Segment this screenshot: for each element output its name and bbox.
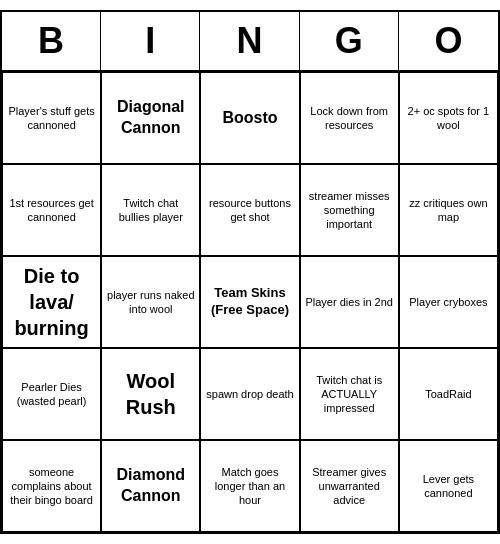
bingo-cell-24: Lever gets cannoned — [399, 440, 498, 532]
header-letter-B: B — [2, 12, 101, 70]
bingo-cell-19: ToadRaid — [399, 348, 498, 440]
bingo-cell-3: Lock down from resources — [300, 72, 399, 164]
bingo-grid: Player's stuff gets cannonedDiagonal Can… — [2, 72, 498, 532]
bingo-cell-8: streamer misses something important — [300, 164, 399, 256]
bingo-cell-1: Diagonal Cannon — [101, 72, 200, 164]
bingo-cell-15: Pearler Dies (wasted pearl) — [2, 348, 101, 440]
bingo-cell-11: player runs naked into wool — [101, 256, 200, 348]
header-letter-I: I — [101, 12, 200, 70]
bingo-cell-5: 1st resources get cannoned — [2, 164, 101, 256]
bingo-cell-22: Match goes longer than an hour — [200, 440, 299, 532]
bingo-cell-9: zz critiques own map — [399, 164, 498, 256]
bingo-cell-4: 2+ oc spots for 1 wool — [399, 72, 498, 164]
bingo-cell-0: Player's stuff gets cannoned — [2, 72, 101, 164]
bingo-cell-12: Team Skins (Free Space) — [200, 256, 299, 348]
bingo-cell-17: spawn drop death — [200, 348, 299, 440]
header-letter-G: G — [300, 12, 399, 70]
bingo-cell-14: Player cryboxes — [399, 256, 498, 348]
bingo-cell-18: Twitch chat is ACTUALLY impressed — [300, 348, 399, 440]
bingo-cell-21: Diamond Cannon — [101, 440, 200, 532]
bingo-cell-2: Boosto — [200, 72, 299, 164]
bingo-cell-16: Wool Rush — [101, 348, 200, 440]
bingo-card: BINGO Player's stuff gets cannonedDiagon… — [0, 10, 500, 534]
bingo-cell-23: Streamer gives unwarranted advice — [300, 440, 399, 532]
bingo-header: BINGO — [2, 12, 498, 72]
bingo-cell-6: Twitch chat bullies player — [101, 164, 200, 256]
bingo-cell-13: Player dies in 2nd — [300, 256, 399, 348]
bingo-cell-20: someone complains about their bingo boar… — [2, 440, 101, 532]
bingo-cell-7: resource buttons get shot — [200, 164, 299, 256]
header-letter-O: O — [399, 12, 498, 70]
header-letter-N: N — [200, 12, 299, 70]
bingo-cell-10: Die to lava/ burning — [2, 256, 101, 348]
